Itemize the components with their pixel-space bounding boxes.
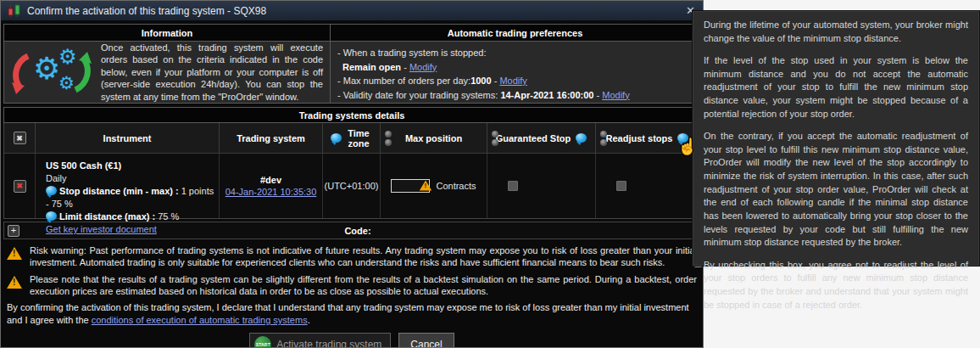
start-icon: START	[254, 336, 271, 348]
pref-stopped-value: Remain open	[342, 62, 401, 72]
separator: -	[404, 62, 407, 72]
preferences-header: Automatic trading preferences	[331, 25, 699, 42]
top-panels: Information ⚙ ⚙ ⚙	[3, 24, 700, 104]
instrument-cell: US 500 Cash (€1) Daily Stop distance (mi…	[36, 154, 220, 218]
apply-all-knobs-icon[interactable]	[600, 131, 607, 146]
automation-gears-icon: ⚙ ⚙ ⚙	[11, 47, 92, 98]
stop-distance-label: Stop distance (min - max) :	[59, 186, 179, 196]
note-warning-row: Please note that the results of a tradin…	[7, 273, 697, 298]
pref-validity-line: - Validity date for your trading systems…	[337, 88, 693, 103]
dialog-buttons: START Activate trading system Cancel	[7, 333, 697, 348]
pref-max-orders-label: - Max number of orders per day:	[337, 76, 471, 86]
information-text: Once activated, this trading system will…	[101, 42, 323, 104]
system-date-link[interactable]: 04-Jan-2021 10:35:30	[226, 187, 317, 197]
guaranteed-stop-checkbox[interactable]	[508, 181, 518, 191]
max-position-cell: Contracts	[381, 154, 487, 218]
instrument-timeframe: Daily	[46, 172, 66, 185]
screen: Confirm the activation of this trading s…	[0, 0, 980, 348]
apply-all-knobs-icon[interactable]	[385, 131, 392, 146]
header-max-position: Max position	[381, 123, 487, 154]
red-down-arrow-icon	[11, 52, 31, 96]
preferences-panel: Automatic trading preferences - When a t…	[331, 24, 700, 104]
readjust-stops-checkbox[interactable]	[616, 181, 626, 191]
separator: -	[597, 90, 600, 100]
limit-distance-line: Limit distance (max) : 75 %	[46, 210, 179, 223]
row-remove-cell: ✖	[4, 154, 36, 218]
gear-icon: ⚙	[33, 53, 60, 84]
pref-stopped-label: - When a trading system is stopped:	[337, 48, 486, 58]
header-instrument: Instrument	[36, 123, 220, 154]
header-guaranteed-stop-label: Guaranteed Stop	[496, 133, 571, 143]
cancel-button-label: Cancel	[410, 339, 442, 348]
hand-cursor-icon: ☝	[677, 137, 698, 156]
trading-system-cell: #dev 04-Jan-2021 10:35:30	[220, 154, 323, 218]
info-bubble-icon[interactable]	[331, 133, 342, 143]
header-guaranteed-stop: Guaranteed Stop	[487, 123, 596, 154]
header-select-all: ✖	[4, 123, 36, 154]
separator: -	[494, 76, 498, 86]
activation-dialog: Confirm the activation of this trading s…	[0, 0, 704, 348]
warning-triangle-icon	[7, 247, 22, 260]
information-body: ⚙ ⚙ ⚙ Once activated, this trading syste…	[4, 42, 330, 103]
pref-max-orders-line: - Max number of orders per day:1000 - Mo…	[337, 74, 693, 88]
header-timezone-label: Time zone	[345, 128, 372, 149]
information-header: Information	[4, 25, 330, 42]
modify-stopped-link[interactable]: Modify	[409, 62, 437, 72]
warning-triangle-icon	[7, 276, 22, 289]
header-max-position-label: Max position	[405, 133, 462, 143]
expand-code-button[interactable]: +	[8, 225, 19, 237]
info-bubble-icon[interactable]	[46, 186, 57, 195]
pref-validity-value: 14-Apr-2021 16:00:00	[500, 90, 593, 100]
select-all-button[interactable]: ✖	[14, 132, 26, 144]
readjust-stops-cell	[596, 154, 699, 218]
timezone-cell: (UTC+01:00)	[323, 154, 381, 218]
modify-validity-link[interactable]: Modify	[602, 90, 629, 100]
header-timezone: Time zone	[323, 123, 381, 154]
input-warning-icon	[420, 181, 432, 191]
tooltip-paragraph: By unchecking this box, you agree not to…	[704, 259, 968, 312]
systems-table: ✖ Instrument Trading system Time zone Ma…	[3, 123, 700, 219]
information-panel: Information ⚙ ⚙ ⚙	[3, 24, 331, 104]
header-readjust-stops-label: Readjust stops	[606, 133, 673, 143]
tooltip-paragraph: If the level of the stop used in your sy…	[704, 54, 968, 121]
tooltip-paragraph: During the lifetime of your automated sy…	[704, 19, 968, 45]
preferences-body: - When a trading system is stopped: Rema…	[331, 42, 699, 103]
note-warning-text: Please note that the results of a tradin…	[30, 273, 697, 298]
max-position-input-wrap	[391, 179, 430, 193]
confirmation-text: By confirming the activation of this tra…	[7, 301, 697, 327]
activate-button-label: Activate trading system	[276, 339, 381, 348]
remove-row-button[interactable]: ✖	[14, 180, 26, 193]
system-name: #dev	[260, 175, 281, 185]
header-trading-system: Trading system	[220, 123, 323, 154]
window-titlebar: Confirm the activation of this trading s…	[1, 1, 703, 20]
info-bubble-icon[interactable]	[46, 211, 57, 221]
period: .	[308, 315, 310, 325]
stop-distance-line: Stop distance (min - max) : 1 points - 7…	[46, 185, 215, 210]
pref-validity-label: - Validity date for your trading systems…	[337, 90, 500, 100]
window-title: Confirm the activation of this trading s…	[27, 5, 679, 17]
conditions-link[interactable]: conditions of execution of automatic tra…	[92, 315, 308, 325]
pref-max-orders-value: 1000	[471, 76, 491, 86]
risk-warning-row: Risk warning: Past performance of tradin…	[7, 244, 697, 269]
key-investor-document-link[interactable]: Get key investor document	[46, 223, 157, 236]
dialog-content: Information ⚙ ⚙ ⚙	[1, 20, 703, 348]
risk-warning-text: Risk warning: Past performance of tradin…	[30, 244, 697, 269]
readjust-stops-tooltip: During the lifetime of your automated sy…	[692, 10, 980, 267]
cancel-button[interactable]: Cancel	[398, 333, 454, 348]
activate-button[interactable]: START Activate trading system	[249, 333, 391, 348]
table-title-bar: Trading systems details	[3, 107, 700, 123]
limit-distance-value: 75 %	[155, 211, 179, 222]
pref-stopped-line: - When a trading system is stopped: Rema…	[337, 46, 693, 74]
limit-distance-label: Limit distance (max) :	[59, 211, 155, 222]
candlestick-icon	[7, 3, 22, 18]
modify-max-orders-link[interactable]: Modify	[499, 76, 526, 86]
warnings-section: Risk warning: Past performance of tradin…	[3, 239, 700, 348]
info-bubble-icon[interactable]	[576, 133, 587, 143]
contracts-label: Contracts	[436, 181, 476, 191]
instrument-name: US 500 Cash (€1)	[46, 160, 121, 172]
green-up-arrow-icon	[72, 50, 92, 94]
guaranteed-stop-cell	[487, 154, 596, 218]
tooltip-paragraph: On the contrary, if you accept the autom…	[704, 130, 968, 249]
apply-all-knobs-icon[interactable]	[492, 131, 498, 146]
